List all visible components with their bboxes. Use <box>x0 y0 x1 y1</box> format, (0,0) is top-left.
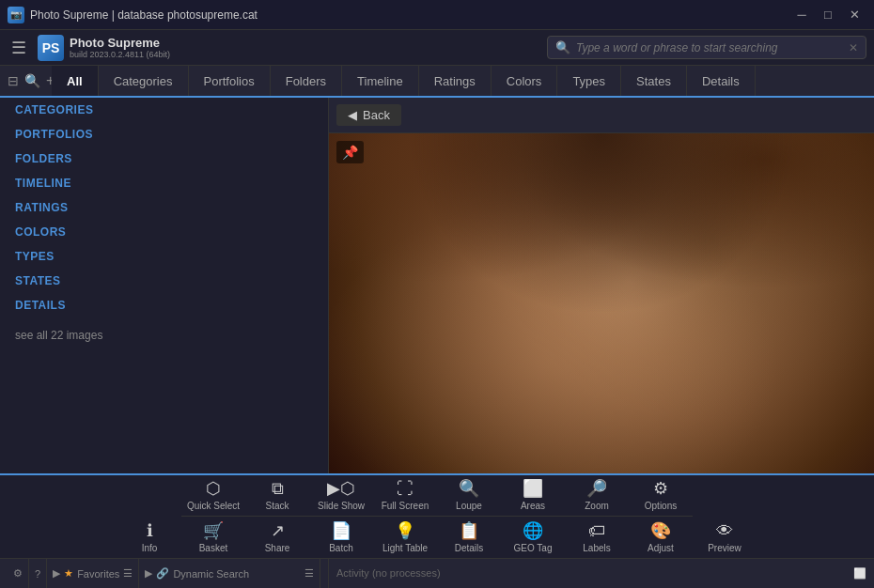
loupe-icon: 🔍 <box>459 480 479 497</box>
basket-icon: 🛒 <box>203 522 224 539</box>
tab-portfolios[interactable]: Portfolios <box>189 66 271 96</box>
window-title: Photo Supreme | database photosupreme.ca… <box>30 8 789 22</box>
close-button[interactable]: ✕ <box>842 6 866 24</box>
main-toolbar: ☰ PS Photo Supreme build 2023.0.2.4811 (… <box>0 30 874 66</box>
stack-label: Stack <box>265 501 289 511</box>
tab-types[interactable]: Types <box>557 66 621 96</box>
share-button[interactable]: ↗ Share <box>245 518 309 557</box>
sidebar-item-categories[interactable]: CATEGORIES <box>0 98 328 122</box>
titlebar: 📷 Photo Supreme | database photosupreme.… <box>0 0 874 30</box>
statusbar-right: Activity (no processes) ⬜ <box>329 567 874 580</box>
help-icon: ? <box>35 568 40 580</box>
statusbar-left: ⚙ ? ▶ ★ Favorites ☰ ▶ 🔗 Dynamic Search ☰ <box>0 559 329 588</box>
see-all-images[interactable]: see all 22 images <box>0 317 328 353</box>
minimize-button[interactable]: ─ <box>789 6 814 24</box>
tab-ratings[interactable]: Ratings <box>419 66 492 96</box>
stack-button[interactable]: ⧉ Stack <box>245 476 309 516</box>
zoom-label: Zoom <box>585 501 609 511</box>
tab-details[interactable]: Details <box>687 66 756 96</box>
fullscreen-icon: ⛶ <box>397 480 414 497</box>
sidebar-item-timeline[interactable]: TIMELINE <box>0 171 328 195</box>
adjust-button[interactable]: 🎨 Adjust <box>629 518 693 557</box>
search-input[interactable] <box>576 41 849 54</box>
sidebar-item-colors[interactable]: COLORS <box>0 220 328 244</box>
tab-all[interactable]: All <box>52 66 99 96</box>
favorites-menu-icon: ☰ <box>123 567 133 580</box>
app-icon: 📷 <box>8 7 24 23</box>
details-button[interactable]: 📋 Details <box>437 518 501 557</box>
options-button[interactable]: ⚙ Options <box>629 476 693 516</box>
preview-label: Preview <box>708 543 741 553</box>
pin-button[interactable]: 📌 <box>336 141 364 163</box>
maximize-button[interactable]: □ <box>816 6 840 24</box>
back-label: Back <box>363 108 390 122</box>
global-search-bar[interactable]: 🔍 ✕ <box>547 36 866 59</box>
sidebar-item-folders[interactable]: FOLDERS <box>0 147 328 171</box>
sidebar-item-details[interactable]: DETAILS <box>0 293 328 317</box>
batch-button[interactable]: 📄 Batch <box>309 518 373 557</box>
areas-label: Areas <box>521 501 545 511</box>
preview-button[interactable]: 👁 Preview <box>693 518 757 557</box>
info-button[interactable]: ℹ Info <box>117 518 181 557</box>
hamburger-menu-button[interactable]: ☰ <box>8 34 30 62</box>
zoom-button[interactable]: 🔎 Zoom <box>565 476 629 516</box>
light-table-button[interactable]: 💡 Light Table <box>373 518 437 557</box>
basket-button[interactable]: 🛒 Basket <box>181 518 245 557</box>
sidebar-item-states[interactable]: STATES <box>0 269 328 293</box>
quick-select-button[interactable]: ⬡ Quick Select <box>181 476 245 516</box>
fullscreen-button[interactable]: ⛶ Full Screen <box>373 476 437 516</box>
fullscreen-label: Full Screen <box>382 501 429 511</box>
window-controls: ─ □ ✕ <box>789 6 866 24</box>
sidebar-item-portfolios[interactable]: PORTFOLIOS <box>0 122 328 147</box>
adjust-label: Adjust <box>648 543 674 553</box>
dynamic-search-label: Dynamic Search <box>173 568 249 580</box>
nav-tabs: ⊟ 🔍 + All Categories Portfolios Folders … <box>0 66 874 98</box>
activity-expand-icon[interactable]: ⬜ <box>853 567 866 580</box>
geo-tag-label: GEO Tag <box>514 543 553 553</box>
loupe-button[interactable]: 🔍 Loupe <box>437 476 501 516</box>
sidebar-item-types[interactable]: TYPES <box>0 244 328 269</box>
labels-button[interactable]: 🏷 Labels <box>565 518 629 557</box>
favorites-star-icon: ★ <box>64 567 73 580</box>
slideshow-button[interactable]: ▶⬡ Slide Show <box>309 476 373 516</box>
adjust-icon: 🎨 <box>650 522 671 539</box>
favorites-expand-icon: ▶ <box>53 567 60 580</box>
sidebar-item-ratings[interactable]: RATINGS <box>0 195 328 220</box>
tab-categories[interactable]: Categories <box>99 66 189 96</box>
info-label: Info <box>142 543 158 553</box>
bottom-toolbar: ⬡ Quick Select ⧉ Stack ▶⬡ Slide Show ⛶ F… <box>0 473 874 558</box>
options-label: Options <box>645 501 677 511</box>
share-icon: ↗ <box>271 522 285 539</box>
labels-label: Labels <box>583 543 610 553</box>
app-version: build 2023.0.2.4811 (64bit) <box>70 50 170 59</box>
favorites-label: Favorites <box>77 568 119 580</box>
dynamic-search-statusbar-item[interactable]: ▶ 🔗 Dynamic Search ☰ <box>139 559 320 588</box>
labels-icon: 🏷 <box>588 522 605 539</box>
filter-area: ⊟ 🔍 + <box>8 72 55 89</box>
statusbar: ⚙ ? ▶ ★ Favorites ☰ ▶ 🔗 Dynamic Search ☰… <box>0 558 874 588</box>
dynamic-search-expand-icon: ▶ <box>145 567 152 580</box>
logo-icon: PS <box>38 35 64 61</box>
favorites-statusbar-item[interactable]: ▶ ★ Favorites ☰ <box>47 559 139 588</box>
back-button[interactable]: ◀ Back <box>336 104 401 126</box>
tab-timeline[interactable]: Timeline <box>342 66 419 96</box>
tab-states[interactable]: States <box>621 66 687 96</box>
search-clear-icon[interactable]: ✕ <box>849 41 858 54</box>
quick-select-icon: ⬡ <box>206 480 221 497</box>
help-statusbar-item[interactable]: ? <box>29 559 47 588</box>
tab-colors[interactable]: Colors <box>492 66 558 96</box>
areas-button[interactable]: ⬜ Areas <box>501 476 565 516</box>
search-nav-icon[interactable]: 🔍 <box>24 73 40 88</box>
details-label: Details <box>455 543 484 553</box>
geo-tag-button[interactable]: 🌐 GEO Tag <box>501 518 565 557</box>
zoom-icon: 🔎 <box>586 480 607 497</box>
search-icon: 🔍 <box>555 40 570 54</box>
filter-icon[interactable]: ⊟ <box>8 73 19 88</box>
info-icon: ℹ <box>147 522 153 539</box>
areas-icon: ⬜ <box>523 480 543 497</box>
tab-folders[interactable]: Folders <box>271 66 342 96</box>
options-icon: ⚙ <box>653 480 668 497</box>
batch-label: Batch <box>329 543 353 553</box>
settings-statusbar-item[interactable]: ⚙ <box>8 559 29 588</box>
back-chevron-icon: ◀ <box>348 108 357 122</box>
